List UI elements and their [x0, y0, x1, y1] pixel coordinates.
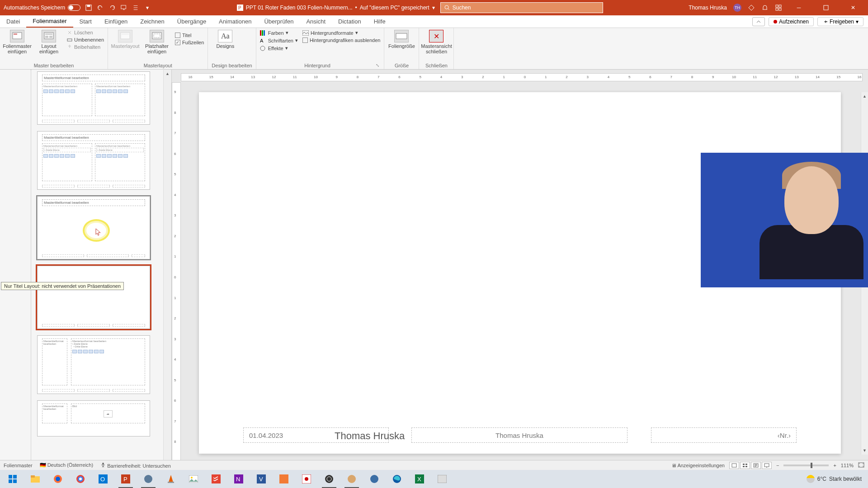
tab-ansicht[interactable]: Ansicht: [300, 15, 332, 28]
minimize-button[interactable]: ─: [788, 0, 809, 15]
obs-icon[interactable]: [318, 470, 340, 488]
save-icon[interactable]: [85, 4, 92, 11]
zoom-slider[interactable]: [783, 465, 829, 466]
effects-button[interactable]: Effekte▾: [260, 45, 298, 51]
designs-button[interactable]: Aa Designs: [212, 30, 239, 49]
svg-point-48: [79, 478, 82, 480]
tab-dictation[interactable]: Dictation: [332, 15, 368, 28]
tab-hilfe[interactable]: Hilfe: [368, 15, 392, 28]
scroll-down-icon[interactable]: ▼: [862, 447, 868, 454]
user-name-label[interactable]: Thomas Hruska: [689, 5, 727, 11]
chrome-icon[interactable]: [70, 470, 91, 488]
app-icon-1[interactable]: [137, 470, 159, 488]
tab-folienmaster[interactable]: Folienmaster: [26, 15, 73, 28]
undo-icon[interactable]: [97, 4, 104, 11]
share-button[interactable]: Freigeben▾: [817, 17, 863, 26]
diamond-icon[interactable]: [748, 4, 755, 11]
close-master-view-button[interactable]: ✕ Masteransicht schließen: [423, 30, 450, 54]
insert-layout-button[interactable]: Layout einfügen: [35, 30, 62, 54]
fit-window-button[interactable]: [858, 462, 864, 469]
search-input[interactable]: Suchen: [440, 2, 603, 13]
colors-button[interactable]: Farben▾: [260, 30, 298, 36]
layout-thumbnail[interactable]: Mastertitelformat bearbeiten Mastertextf…: [37, 71, 150, 125]
designs-icon: Aa: [218, 30, 232, 42]
tab-datei[interactable]: Datei: [0, 15, 26, 28]
powerpoint-icon[interactable]: P: [115, 470, 137, 488]
chevron-down-icon[interactable]: ▾: [432, 5, 435, 11]
maximize-button[interactable]: [816, 0, 836, 15]
app-icon-2[interactable]: [273, 470, 295, 488]
slide-number-placeholder[interactable]: ‹Nr.›: [651, 427, 797, 443]
todoist-icon[interactable]: [205, 470, 227, 488]
scroll-up-icon[interactable]: ▲: [862, 93, 868, 99]
bell-icon[interactable]: [761, 4, 769, 11]
firefox-icon[interactable]: [47, 470, 69, 488]
file-explorer-icon[interactable]: [24, 470, 46, 488]
tab-einfuegen[interactable]: Einfügen: [98, 15, 134, 28]
vlc-icon[interactable]: [160, 470, 182, 488]
scroll-up-icon[interactable]: ▲: [165, 70, 171, 77]
edge-icon[interactable]: [386, 470, 408, 488]
author-text[interactable]: Thomas Hruska: [335, 430, 405, 442]
zoom-value[interactable]: 111%: [841, 463, 854, 468]
qat-dropdown-icon[interactable]: ▾: [144, 4, 151, 11]
thumbnail-scrollbar[interactable]: ▲ ▼: [163, 70, 171, 473]
background-styles-button[interactable]: Hintergrundformate▾: [302, 30, 381, 36]
collapse-ribbon-button[interactable]: [752, 17, 765, 26]
document-title[interactable]: P PPT 01 Roter Faden 003 Folien-Nummern.…: [237, 5, 435, 11]
layout-thumbnail[interactable]: Mastertitelformat bearbeiten Mastertextf…: [37, 335, 150, 394]
rename-button[interactable]: Umbenennen: [67, 37, 104, 42]
layout-thumbnail-blank[interactable]: [37, 266, 150, 329]
layout-thumbnail-title-only[interactable]: Mastertitelformat bearbeiten: [37, 196, 150, 259]
insert-slide-master-button[interactable]: Folienmaster einfügen: [4, 30, 31, 54]
insert-placeholder-button[interactable]: Platzhalter einfügen: [143, 30, 170, 54]
title-checkbox[interactable]: Titel: [175, 33, 204, 38]
hide-background-graphics-checkbox[interactable]: Hintergrundgrafiken ausblenden: [302, 38, 381, 43]
weather-widget[interactable]: 6°C Stark bewölkt: [807, 475, 862, 483]
reading-view-button[interactable]: [751, 462, 761, 469]
quick-access-more-icon[interactable]: [132, 4, 139, 11]
layout-thumbnail[interactable]: Mastertitelformat bearbeiten Mastertextf…: [37, 131, 150, 190]
zoom-in-button[interactable]: +: [833, 463, 836, 468]
onenote-icon[interactable]: N: [228, 470, 250, 488]
excel-icon[interactable]: X: [409, 470, 430, 488]
slideshow-view-button[interactable]: [762, 462, 772, 469]
app-icon-5[interactable]: [363, 470, 385, 488]
delete-button[interactable]: Löschen: [67, 30, 104, 35]
display-settings-button[interactable]: 🖥 Anzeigeeinstellungen: [671, 463, 725, 468]
outlook-icon[interactable]: O: [92, 470, 114, 488]
redo-icon[interactable]: [108, 4, 116, 11]
footers-checkbox[interactable]: ✓Fußzeilen: [175, 40, 204, 45]
from-beginning-icon[interactable]: [120, 4, 127, 11]
status-view-label[interactable]: Folienmaster: [4, 463, 33, 468]
app-icon-6[interactable]: [431, 470, 453, 488]
thumb-title-ph: Mastertitelformat bearbeiten: [42, 134, 145, 141]
start-button[interactable]: [2, 470, 24, 488]
layout-thumbnail[interactable]: Mastertitelformat bearbeiten Bild⛰: [37, 400, 150, 436]
sorter-view-button[interactable]: [740, 462, 750, 469]
user-avatar[interactable]: TH: [733, 4, 741, 12]
tab-zeichnen[interactable]: Zeichnen: [134, 15, 170, 28]
accessibility-button[interactable]: Barrierefreiheit: Untersuchen: [100, 462, 171, 469]
autosave-toggle[interactable]: Automatisches Speichern: [4, 5, 80, 11]
fonts-button[interactable]: ASchriftarten▾: [260, 38, 298, 43]
slide-size-button[interactable]: Foliengröße: [388, 30, 415, 49]
image-viewer-icon[interactable]: [183, 470, 204, 488]
tab-uebergaenge[interactable]: Übergänge: [171, 15, 212, 28]
window-options-icon[interactable]: [775, 4, 782, 11]
record-button[interactable]: Aufzeichnen: [769, 17, 814, 26]
tab-start[interactable]: Start: [73, 15, 98, 28]
tab-ueberpruefen[interactable]: Überprüfen: [258, 15, 300, 28]
zoom-out-button[interactable]: −: [776, 463, 779, 468]
dialog-launcher-icon[interactable]: ⤡: [375, 63, 380, 68]
app-icon-4[interactable]: [341, 470, 363, 488]
svg-rect-6: [776, 5, 778, 7]
tab-animationen[interactable]: Animationen: [212, 15, 258, 28]
normal-view-button[interactable]: [729, 462, 739, 469]
preserve-button[interactable]: Beibehalten: [67, 44, 104, 50]
language-button[interactable]: 🇩🇪 Deutsch (Österreich): [40, 462, 94, 468]
footer-placeholder[interactable]: Thomas Hruska: [411, 427, 627, 443]
visio-icon[interactable]: V: [250, 470, 272, 488]
close-button[interactable]: ✕: [843, 0, 863, 15]
app-icon-3[interactable]: [296, 470, 317, 488]
